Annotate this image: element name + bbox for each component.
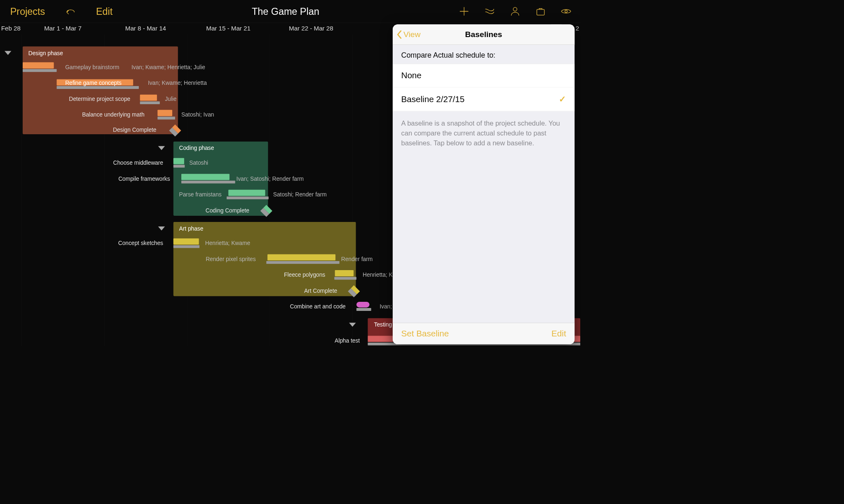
task-label: Alpha test	[246, 338, 360, 344]
task-label: Render pixel sprites	[206, 256, 256, 263]
undo-icon	[65, 6, 76, 17]
task-bar[interactable]	[356, 302, 370, 308]
task-label: Determine project scope	[17, 96, 130, 102]
week-label: Mar 1 - Mar 7	[21, 23, 104, 34]
task-label: Fleece polygons	[212, 272, 325, 278]
week-label: Mar 22 - Mar 28	[270, 23, 353, 34]
styles-button[interactable]	[484, 6, 495, 17]
task-label: Balance underlying math	[31, 112, 145, 118]
undo-button[interactable]	[65, 6, 76, 17]
styles-icon	[484, 6, 495, 17]
popover-edit-button[interactable]: Edit	[551, 329, 566, 338]
popover-back-button[interactable]: View	[397, 30, 421, 39]
person-icon	[509, 6, 521, 17]
milestone-label: Coding Complete	[136, 207, 249, 214]
task-bar[interactable]	[23, 62, 54, 68]
week-label: Mar 15 - Mar 21	[187, 23, 270, 34]
task-label: Choose middleware	[50, 160, 163, 166]
task-label: Refine game concepts	[65, 80, 122, 86]
baseline-bar	[227, 196, 269, 199]
set-baseline-button[interactable]: Set Baseline	[401, 329, 449, 338]
task-bar[interactable]	[173, 238, 199, 245]
task-bar[interactable]	[181, 174, 230, 180]
milestone-label: Art Complete	[224, 288, 337, 294]
task-bar[interactable]	[335, 270, 354, 276]
disclosure-icon[interactable]	[158, 226, 165, 231]
week-label: Feb 28	[0, 23, 21, 34]
baseline-bar	[173, 245, 199, 248]
baseline-bar	[157, 117, 175, 119]
task-resources: Julie	[165, 96, 176, 102]
task-bar[interactable]	[157, 110, 172, 116]
baseline-bar	[181, 181, 235, 184]
svg-rect-1	[537, 9, 544, 15]
task-label: Parse framistans	[179, 191, 222, 198]
resources-button[interactable]	[509, 6, 521, 17]
option-label: Baseline 2/27/15	[401, 94, 465, 104]
task-label: Gameplay brainstorm	[65, 64, 119, 71]
group-title: Coding phase	[179, 145, 214, 152]
task-bar[interactable]	[267, 254, 335, 260]
task-resources: Ivan; Kwame; Henrietta; Julie	[131, 64, 205, 71]
svg-point-0	[513, 7, 517, 11]
baseline-bar	[57, 86, 139, 89]
disclosure-icon[interactable]	[5, 51, 12, 55]
baseline-bar	[266, 261, 339, 264]
task-label: Combine art and code	[232, 303, 346, 310]
task-resources: Ivan; Satoshi; Render farm	[236, 175, 304, 182]
task-bar[interactable]	[228, 190, 265, 196]
view-button[interactable]	[560, 6, 572, 17]
plus-icon	[458, 6, 470, 17]
milestone-label: Design Complete	[43, 127, 157, 133]
task-label: Concept sketches	[50, 240, 163, 247]
popover-hint: A baseline is a snapshot of the project …	[393, 111, 574, 156]
edit-button[interactable]: Edit	[96, 6, 113, 17]
baseline-option-none[interactable]: None	[393, 64, 574, 88]
eye-icon	[560, 6, 572, 17]
projects-button[interactable]: Projects	[10, 6, 45, 17]
baseline-bar	[334, 277, 356, 280]
briefcase-icon	[535, 6, 546, 17]
popover-back-label: View	[403, 30, 420, 39]
task-resources: Satoshi; Ivan	[181, 112, 214, 118]
group-title: Design phase	[28, 50, 63, 57]
baselines-popover: View Baselines Compare Actual schedule t…	[393, 24, 574, 344]
task-resources: Henrietta; K	[363, 272, 393, 278]
baseline-bar	[140, 101, 160, 104]
popover-section-label: Compare Actual schedule to:	[393, 45, 574, 64]
task-resources: Satoshi; Render farm	[273, 191, 327, 198]
task-resources: Satoshi	[189, 160, 208, 166]
disclosure-icon[interactable]	[349, 323, 356, 327]
document-title: The Game Plan	[113, 6, 458, 17]
task-label: Compile frameworks	[57, 175, 170, 182]
add-button[interactable]	[458, 6, 470, 17]
disclosure-icon[interactable]	[158, 146, 165, 150]
chevron-left-icon	[397, 30, 402, 39]
svg-point-2	[565, 10, 567, 13]
task-resources: Henrietta; Kwame	[205, 240, 250, 247]
task-bar[interactable]	[173, 158, 184, 164]
checkmark-icon: ✓	[559, 94, 566, 104]
group-design[interactable]	[23, 47, 178, 134]
task-resources: Render farm	[341, 256, 373, 263]
baseline-bar	[173, 165, 185, 168]
week-label: Mar 8 - Mar 14	[104, 23, 187, 34]
task-bar[interactable]	[140, 95, 157, 101]
option-label: None	[401, 71, 422, 80]
baseline-option-selected[interactable]: Baseline 2/27/15 ✓	[393, 87, 574, 111]
baseline-bar	[23, 69, 57, 72]
task-resources: Ivan; Kwame; Henrietta	[148, 80, 207, 86]
briefcase-button[interactable]	[535, 6, 546, 17]
group-title: Art phase	[179, 225, 204, 232]
task-resources: Ivan;	[380, 303, 392, 310]
baseline-bar	[356, 308, 371, 311]
